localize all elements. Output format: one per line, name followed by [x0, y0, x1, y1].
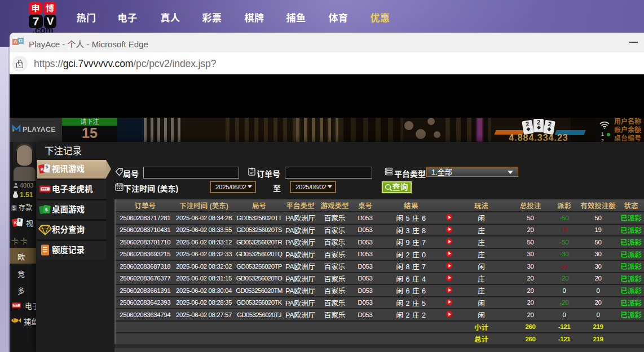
svg-text:$: $: [45, 207, 48, 212]
svg-text:9: 9: [46, 165, 48, 169]
svg-text:9: 9: [19, 219, 21, 222]
svg-text:777: 777: [14, 304, 18, 307]
svg-text:777: 777: [42, 188, 48, 191]
